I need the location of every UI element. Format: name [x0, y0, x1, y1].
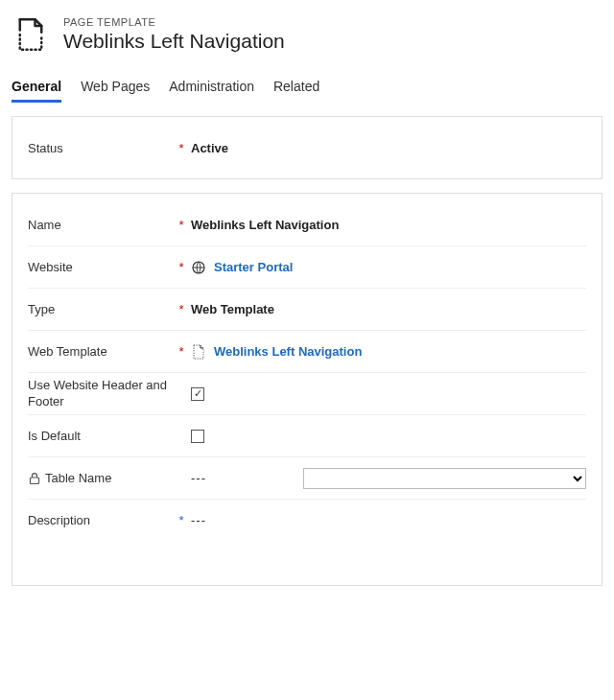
entity-label: PAGE TEMPLATE	[63, 16, 285, 28]
lock-icon	[28, 472, 41, 485]
field-description: Description * ---	[28, 499, 586, 575]
tab-web-pages[interactable]: Web Pages	[81, 79, 150, 103]
required-indicator: *	[172, 218, 191, 232]
name-value[interactable]: Weblinks Left Navigation	[191, 218, 586, 232]
form-header: PAGE TEMPLATE Weblinks Left Navigation	[0, 0, 614, 61]
field-website: Website * Starter Portal	[28, 245, 586, 288]
web-template-label: Web Template	[28, 344, 172, 359]
type-label: Type	[28, 302, 172, 316]
status-value[interactable]: Active	[191, 141, 586, 155]
field-is-default: Is Default	[28, 414, 586, 456]
field-type: Type * Web Template	[28, 288, 586, 330]
document-icon	[191, 344, 206, 360]
name-label: Name	[28, 218, 172, 232]
website-value[interactable]: Starter Portal	[191, 260, 586, 275]
website-label: Website	[28, 260, 172, 274]
required-indicator: *	[172, 302, 191, 316]
status-label: Status	[28, 141, 172, 155]
website-link[interactable]: Starter Portal	[214, 260, 293, 274]
required-indicator: *	[172, 344, 191, 359]
table-name-label-text: Table Name	[45, 471, 111, 485]
globe-icon	[191, 260, 206, 275]
tab-administration[interactable]: Administration	[169, 79, 254, 103]
field-use-header-footer: Use Website Header and Footer	[28, 372, 586, 414]
web-template-link[interactable]: Weblinks Left Navigation	[214, 344, 362, 359]
use-header-footer-label: Use Website Header and Footer	[28, 378, 172, 409]
description-label: Description	[28, 513, 172, 527]
tab-strip: General Web Pages Administration Related	[0, 69, 614, 103]
field-web-template: Web Template * Weblinks Left Navigation	[28, 330, 586, 372]
table-name-value: ---	[191, 471, 206, 485]
required-indicator: *	[172, 260, 191, 274]
type-value[interactable]: Web Template	[191, 302, 586, 316]
is-default-checkbox[interactable]	[191, 430, 204, 443]
recommended-indicator: *	[172, 513, 191, 527]
tab-related[interactable]: Related	[273, 79, 319, 103]
page-title: Weblinks Left Navigation	[63, 30, 285, 53]
entity-icon	[12, 15, 50, 54]
web-template-value[interactable]: Weblinks Left Navigation	[191, 344, 586, 360]
required-indicator: *	[172, 141, 191, 155]
field-name: Name * Weblinks Left Navigation	[28, 203, 586, 245]
general-section: Name * Weblinks Left Navigation Website …	[12, 193, 602, 586]
use-header-footer-checkbox[interactable]	[191, 387, 204, 401]
tab-general[interactable]: General	[12, 79, 61, 103]
table-name-dropdown[interactable]	[303, 468, 586, 489]
field-table-name: Table Name ---	[28, 456, 586, 499]
status-section: Status * Active	[12, 116, 602, 179]
description-value[interactable]: ---	[191, 513, 206, 527]
svg-rect-1	[31, 478, 39, 484]
table-name-label: Table Name	[28, 471, 172, 485]
is-default-label: Is Default	[28, 429, 172, 443]
